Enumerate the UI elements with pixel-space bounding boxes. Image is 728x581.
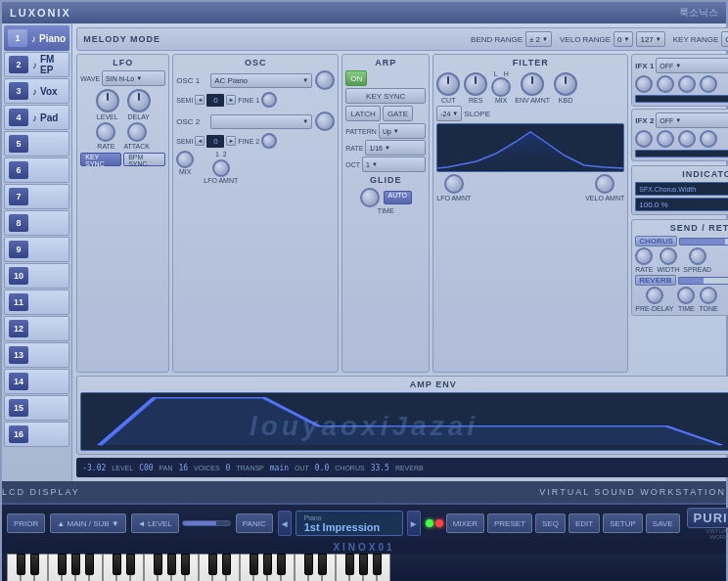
bpm-sync-button[interactable]: BPM SYNC: [123, 153, 165, 166]
level-slider[interactable]: [182, 520, 231, 526]
reverb-level-bar[interactable]: [678, 277, 728, 285]
res-knob[interactable]: [464, 72, 487, 96]
fine1-knob[interactable]: [261, 92, 277, 108]
semi2-dec[interactable]: ◄: [195, 136, 205, 146]
preset-item[interactable]: 13: [4, 342, 69, 368]
ifx2-dropdown[interactable]: OFF: [656, 112, 728, 128]
ifx1-knob1[interactable]: [635, 75, 653, 93]
arp-on-button[interactable]: ON: [345, 70, 367, 86]
velo-max-dropdown[interactable]: 127: [636, 31, 664, 47]
lfo-amnt-osc-knob[interactable]: [212, 159, 230, 177]
black-key[interactable]: [85, 554, 94, 575]
black-key[interactable]: [318, 554, 327, 575]
black-key[interactable]: [167, 554, 176, 575]
velo-min-dropdown[interactable]: 0: [614, 31, 633, 47]
osc2-level-knob[interactable]: [315, 112, 335, 131]
save-button[interactable]: SAVE: [646, 514, 680, 533]
level-button[interactable]: ◄ LEVEL: [131, 514, 179, 533]
preset-item[interactable]: 16: [4, 422, 69, 447]
slope-dropdown[interactable]: -24: [436, 106, 462, 121]
preset-item[interactable]: 3 ♪Vox: [4, 78, 69, 104]
preset-item[interactable]: 2 ♪FM EP: [4, 52, 69, 77]
auto-button[interactable]: AUTO: [384, 191, 412, 204]
edit-button[interactable]: EDIT: [569, 514, 600, 533]
chorus-level-bar[interactable]: [679, 238, 728, 246]
env-amnt-knob[interactable]: [521, 72, 544, 96]
ifx2-knob3[interactable]: [678, 130, 696, 148]
black-key[interactable]: [71, 554, 80, 575]
black-key[interactable]: [250, 554, 258, 575]
semi1-dec[interactable]: ◄: [195, 95, 205, 105]
preset-item[interactable]: 4 ♪Pad: [4, 105, 69, 130]
black-key[interactable]: [277, 554, 286, 575]
chorus-width-knob[interactable]: [660, 247, 677, 265]
next-button[interactable]: ►: [407, 511, 421, 536]
chorus-rate-knob[interactable]: [635, 247, 653, 265]
lfo-delay-knob[interactable]: [127, 89, 151, 112]
prev-button[interactable]: ◄: [278, 511, 292, 536]
prior-button[interactable]: PRIOR: [7, 514, 45, 533]
arp-latch-button[interactable]: LATCH: [345, 106, 381, 121]
wave-dropdown[interactable]: SIN hi-Lo: [102, 70, 165, 86]
ifx1-dropdown[interactable]: OFF: [656, 58, 728, 73]
chorus-spread-knob[interactable]: [689, 247, 706, 265]
ifx1-knob2[interactable]: [657, 75, 674, 93]
preset-item[interactable]: 14: [4, 369, 69, 394]
black-key[interactable]: [304, 554, 313, 575]
black-key[interactable]: [154, 554, 162, 575]
preset-item[interactable]: 1 ♪Piano: [4, 25, 69, 51]
ifx1-knob4[interactable]: [700, 75, 717, 93]
preset-item[interactable]: 9: [4, 237, 69, 262]
black-key[interactable]: [126, 554, 135, 575]
preset-item[interactable]: 6: [4, 157, 69, 183]
preset-item[interactable]: 10: [4, 263, 69, 289]
osc1-level-knob[interactable]: [315, 70, 335, 90]
arp-gate-button[interactable]: GATE: [383, 106, 413, 121]
setup-button[interactable]: SETUP: [603, 514, 643, 533]
key-sync-button[interactable]: KEY SYNC: [80, 153, 121, 166]
lfo-attack-knob[interactable]: [127, 122, 147, 142]
lfo-rate-knob[interactable]: [96, 122, 115, 142]
osc2-dropdown[interactable]: ▼: [210, 114, 312, 129]
lfo-level-knob[interactable]: [96, 89, 119, 112]
velo-amnt-filter-knob[interactable]: [595, 174, 614, 194]
black-key[interactable]: [359, 554, 368, 575]
black-key[interactable]: [263, 554, 272, 575]
black-key[interactable]: [181, 554, 190, 575]
oct-dropdown[interactable]: 1: [362, 156, 426, 172]
reverb-tone-knob[interactable]: [700, 287, 717, 304]
seq-button[interactable]: SEQ: [535, 514, 566, 533]
ifx1-knob3[interactable]: [678, 75, 696, 93]
lh-knob[interactable]: [491, 77, 511, 97]
panic-button[interactable]: PANIC: [236, 514, 273, 533]
ifx2-knob2[interactable]: [657, 130, 674, 148]
black-key[interactable]: [222, 554, 231, 575]
fine2-knob[interactable]: [261, 133, 277, 149]
preset-item[interactable]: 15: [4, 395, 69, 421]
semi2-inc[interactable]: ►: [226, 136, 236, 146]
preset-item[interactable]: 7: [4, 184, 69, 209]
rate-dropdown[interactable]: 1/16: [365, 140, 426, 156]
key-min-dropdown[interactable]: C -2: [721, 31, 728, 47]
kbd-knob[interactable]: [554, 72, 577, 96]
preset-item[interactable]: 11: [4, 290, 69, 315]
ifx2-knob4[interactable]: [700, 130, 717, 148]
mix-knob[interactable]: [176, 151, 194, 168]
glide-time-knob[interactable]: [360, 188, 380, 207]
black-key[interactable]: [345, 554, 354, 575]
pattern-dropdown[interactable]: Up: [379, 123, 426, 139]
black-key[interactable]: [373, 554, 382, 575]
lfo-amnt-filter-knob[interactable]: [444, 174, 464, 194]
preset-button[interactable]: PRESET: [487, 514, 532, 533]
pre-delay-knob[interactable]: [646, 287, 663, 304]
ifx2-knob1[interactable]: [635, 130, 653, 148]
black-key[interactable]: [113, 554, 121, 575]
preset-item[interactable]: 5: [4, 131, 69, 156]
cut-knob[interactable]: [436, 72, 460, 96]
main-sub-button[interactable]: ▲ MAIN / SUB ▼: [50, 514, 125, 533]
black-key[interactable]: [58, 554, 67, 575]
arp-keysync-button[interactable]: KEY SYNC: [345, 88, 426, 104]
black-key[interactable]: [208, 554, 217, 575]
bend-range-dropdown[interactable]: ± 2: [525, 31, 552, 47]
black-key[interactable]: [17, 554, 25, 575]
